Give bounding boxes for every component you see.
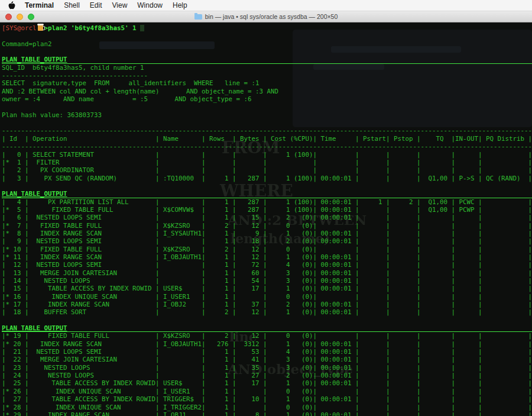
plan-row: |* 5 | FIXED TABLE FULL | X$COMVW$ | 1 |… [2,206,532,214]
plan-row: |* 10 | FIXED TABLE FULL | X$KZSRO | 2 |… [2,246,532,253]
sql-text-line: AND :2 BETWEEN col AND col + length(name… [2,88,532,95]
plan-row: | 9 | NESTED LOOPS SEMI | | 1 | 18 | 2 (… [2,237,532,245]
terminal-screen: [SYS@orcl>plan2 'b6ty4f8a3has5' 1 Comman… [2,24,532,416]
plan-row: | 3 | PX SEND QC (RANDOM) | :TQ10000 | 1… [2,175,532,182]
minimize-button[interactable] [17,14,23,20]
plan-row: |* 16 | INDEX UNIQUE SCAN | I_USER1 | 1 … [2,293,532,301]
table-border-line: ----------------------------------------… [2,127,532,134]
plan-table-output-header: PLAN_TABLE_OUTPUT [2,190,532,198]
blank-line [2,182,532,190]
prompt-line: [SYS@orcl>plan2 'b6ty4f8a3has5' 1 [2,24,532,32]
plan-row: | 4 | PX PARTITION LIST ALL | | 1 | 287 … [2,198,532,206]
window-titlebar[interactable]: bin — java • sql sys/oracle as sysdba — … [0,11,532,22]
plan-row: | 12 | NESTED LOOPS SEMI | | 1 | 72 | 4 … [2,261,532,269]
plan-row: |* 8 | INDEX RANGE SCAN | I_SYSAUTH1| 1 … [2,230,532,237]
apple-menu-icon[interactable] [8,1,15,9]
window-title-text: bin — java • sql sys/oracle as sysdba — … [205,13,338,20]
plan-row: |* 26 | INDEX UNIQUE SCAN | I_USER1 | 1 … [2,388,532,395]
plan-row: | 21 | NESTED LOOPS SEMI | | 1 | 53 | 4 … [2,348,532,356]
blank-line [2,119,532,127]
close-button[interactable] [5,14,12,20]
traffic-lights [5,14,34,20]
plan-row: | 23 | NESTED LOOPS | | 1 | 35 | 3 (0)| … [2,364,532,372]
plan-table-output-header: PLAN_TABLE_OUTPUT [2,56,532,63]
plan-row: | 2 | PX COORDINATOR | | | | | | | | | |… [2,166,532,174]
prompt-user-host: [SYS@orcl [2,24,37,32]
plan-row: | 6 | NESTED LOOPS SEMI | | 1 | 15 | 2 (… [2,214,532,221]
plan-row: | 18 | BUFFER SORT | | 2 | 12 | 1 (0)| 0… [2,308,532,316]
menu-item-help[interactable]: Help [173,1,187,9]
plan-table-output-header: PLAN_TABLE_OUTPUT [2,324,532,332]
sql-text-line: SELECT signature,type FROM all_identifie… [2,79,532,87]
plan-row: |* 7 | FIXED TABLE FULL | X$KZSRO | 2 | … [2,222,532,230]
plan-row: | 14 | NESTED LOOPS | | 1 | 54 | 3 (0)| … [2,277,532,285]
plan-row: | 24 | NESTED LOOPS | | 1 | 27 | 2 (0)| … [2,372,532,379]
terminal-cursor [140,25,144,31]
menu-item-shell[interactable]: Shell [64,1,80,9]
menu-item-edit[interactable]: Edit [90,1,102,9]
menu-item-window[interactable]: Window [137,1,163,9]
plan-row: | 15 | TABLE ACCESS BY INDEX ROWID | USE… [2,285,532,292]
terminal-window[interactable]: FROM WHERE AND :2 BETWEEN length(name) l… [0,22,532,416]
menu-item-view[interactable]: View [112,1,128,9]
plan-hash-line: Plan hash value: 363803733 [2,111,532,119]
plan-row: | 13 | MERGE JOIN CARTESIAN | | 1 | 60 |… [2,269,532,277]
plan-row: |* 29 | INDEX RANGE SCAN | I_OBJ1 | 1 | … [2,411,532,416]
command-echo-line: Command=plan2 [2,40,532,48]
plan-table-column-header: | Id | Operation | Name | Rows | Bytes |… [2,135,532,143]
plan-row: | 22 | MERGE JOIN CARTESIAN | | 1 | 41 |… [2,356,532,363]
window-title: bin — java • sql sys/oracle as sysdba — … [194,13,338,20]
table-border-line: ----------------------------------------… [2,143,532,150]
plan-row: |* 20 | INDEX RANGE SCAN | I_OBJAUTH1| 2… [2,340,532,348]
plan-row: |* 28 | INDEX UNIQUE SCAN | I_TRIGGER2| … [2,404,532,411]
plan-row: |* 19 | FIXED TABLE FULL | X$KZSRO | 2 |… [2,332,532,340]
prompt-command: >plan2 'b6ty4f8a3has5' 1 [44,24,137,32]
plan-row: |* 11 | INDEX RANGE SCAN | I_OBJAUTH1| 1… [2,253,532,261]
zoom-button[interactable] [28,14,34,20]
blank-line [2,32,532,40]
desktop: { "menu_bar": { "apple_icon": "apple-log… [0,0,532,416]
blank-line [2,317,532,324]
blank-line [2,48,532,56]
plan-row: |* 17 | INDEX RANGE SCAN | I_OBJ2 | 1 | … [2,301,532,308]
plan-row: | 27 | TABLE ACCESS BY INDEX ROWID| TRIG… [2,395,532,403]
plan-row: | 0 | SELECT STATEMENT | | | | 1 (100)| … [2,151,532,159]
menu-item-terminal[interactable]: Terminal [25,1,54,9]
menu-bar: TerminalShellEditViewWindowHelp [0,0,532,11]
plan-row: | 25 | TABLE ACCESS BY INDEX ROWID| USER… [2,379,532,387]
beer-emoji-icon [38,25,43,31]
menu-items: TerminalShellEditViewWindowHelp [25,1,197,9]
sql-text-line: owner = :4 AND name = :5 AND object_type… [2,95,532,103]
folder-icon [194,14,202,20]
blank-line [2,103,532,111]
plan-row: |* 1 | FILTER | | | | | | | | | | | [2,159,532,166]
sql-id-line: SQL_ID b6ty4f8a3has5, child number 1 [2,64,532,72]
separator-line: -------------------------------------- [2,72,532,79]
